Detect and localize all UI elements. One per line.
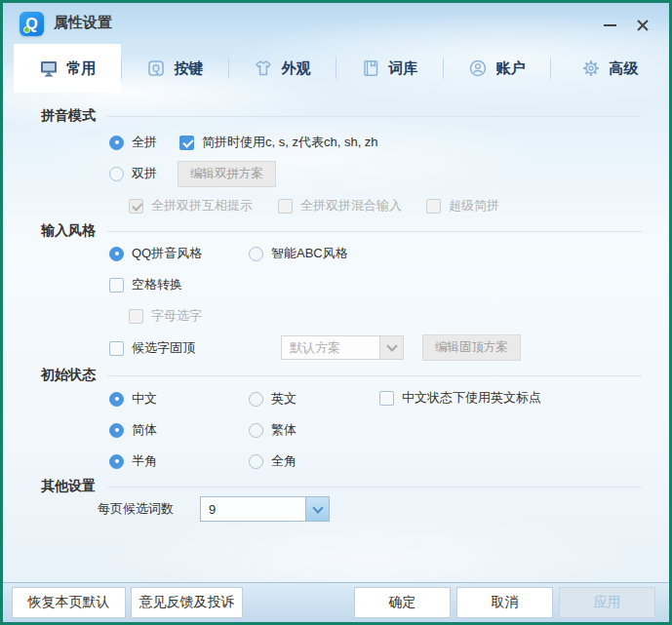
tab-account[interactable]: 账户 [443, 44, 550, 93]
space-convert-checkbox-group[interactable]: 空格转换 [109, 277, 182, 293]
cancel-button[interactable]: 取消 [456, 587, 553, 618]
tab-label: 外观 [282, 59, 311, 78]
space-convert-label[interactable]: 空格转换 [132, 276, 182, 293]
minimize-button[interactable] [596, 14, 623, 37]
section-title-pinyin-mode: 拼音模式 [41, 107, 96, 125]
candidates-per-page-group: 每页候选词数 [98, 501, 174, 517]
tab-label: 高级 [610, 59, 639, 78]
candidate-pin-checkbox-group[interactable]: 候选字固顶 [109, 340, 195, 356]
english-punct-checkbox[interactable] [379, 391, 394, 406]
shuangpin-radio[interactable] [109, 167, 124, 181]
section-rule [107, 231, 642, 232]
half-width-radio[interactable] [109, 454, 124, 469]
quanpin-radio-group[interactable]: 全拼 [109, 135, 157, 150]
letter-select-checkbox [129, 309, 143, 324]
full-width-radio[interactable] [249, 454, 263, 469]
abc-style-radio[interactable] [249, 247, 263, 261]
chinese-radio[interactable] [109, 392, 124, 407]
jianpin-label[interactable]: 简拼时使用c, s, z代表ch, sh, zh [202, 134, 378, 151]
tab-label: 词库 [389, 59, 418, 78]
english-punct-label[interactable]: 中文状态下使用英文标点 [402, 389, 541, 407]
pin-scheme-value: 默认方案 [282, 336, 379, 359]
tab-label: 按键 [175, 59, 204, 78]
space-convert-checkbox[interactable] [109, 278, 124, 293]
english-radio[interactable] [249, 392, 263, 407]
english-radio-group[interactable]: 英文 [249, 391, 296, 407]
candidates-per-page-value: 9 [201, 497, 305, 521]
qq-style-label[interactable]: QQ拼音风格 [132, 245, 202, 262]
shuangpin-label[interactable]: 双拼 [132, 165, 157, 182]
monitor-icon [39, 59, 59, 78]
title-bar: Q 属性设置 [3, 3, 669, 44]
tab-appearance[interactable]: 外观 [228, 44, 336, 93]
qq-style-radio[interactable] [109, 247, 124, 261]
qq-pinyin-logo: Q [20, 12, 44, 36]
account-person-icon [468, 59, 488, 78]
mutual-hint-checkbox [129, 199, 143, 214]
tshirt-icon [254, 59, 273, 78]
tab-common[interactable]: 常用 [14, 44, 121, 93]
minimize-dash-icon [604, 24, 616, 26]
section-title-input-style: 输入风格 [41, 222, 96, 240]
key-icon: Q [146, 59, 166, 78]
quanpin-radio[interactable] [109, 136, 124, 150]
english-label[interactable]: 英文 [271, 390, 296, 408]
mixed-input-checkbox-group: 全拼双拼混合输入 [278, 198, 402, 214]
section-rule [107, 116, 642, 117]
dropdown-button[interactable] [305, 497, 329, 521]
chevron-down-icon [312, 502, 323, 513]
candidates-per-page-dropdown[interactable]: 9 [200, 496, 330, 522]
tab-advanced[interactable]: 高级 [550, 44, 669, 93]
window-border [0, 0, 672, 625]
english-punct-checkbox-group[interactable]: 中文状态下使用英文标点 [379, 390, 541, 406]
super-jianpin-checkbox [426, 199, 441, 214]
half-width-label[interactable]: 半角 [132, 452, 157, 470]
full-width-radio-group[interactable]: 全角 [249, 453, 296, 469]
svg-text:Q: Q [152, 63, 160, 74]
traditional-label[interactable]: 繁体 [271, 421, 296, 439]
dropdown-button [379, 336, 403, 359]
edit-shuangpin-button: 编辑双拼方案 [178, 161, 276, 187]
super-jianpin-checkbox-group: 超级简拼 [426, 198, 499, 214]
ok-button[interactable]: 确定 [354, 587, 451, 618]
jianpin-checkbox-group[interactable]: 简拼时使用c, s, z代表ch, sh, zh [179, 135, 378, 150]
mixed-input-checkbox [278, 199, 293, 214]
restore-defaults-button[interactable]: 恢复本页默认 [12, 587, 126, 618]
feedback-button[interactable]: 意见反馈及投诉 [131, 587, 243, 618]
mixed-input-label: 全拼双拼混合输入 [300, 197, 402, 215]
mutual-hint-checkbox-group: 全拼双拼互相提示 [129, 198, 253, 214]
shuangpin-radio-group[interactable]: 双拼 [109, 166, 157, 181]
footer-bar: 恢复本页默认 意见反馈及投诉 确定 取消 应用 [3, 582, 669, 622]
simplified-radio[interactable] [109, 423, 124, 438]
edit-pin-scheme-button: 编辑固顶方案 [422, 334, 521, 361]
simplified-label[interactable]: 简体 [132, 421, 157, 439]
super-jianpin-label: 超级简拼 [449, 197, 499, 215]
simplified-radio-group[interactable]: 简体 [109, 422, 157, 438]
close-button[interactable] [629, 14, 656, 37]
traditional-radio-group[interactable]: 繁体 [249, 422, 296, 438]
section-rule [107, 487, 642, 488]
letter-select-label: 字母选字 [151, 307, 202, 325]
candidate-pin-label[interactable]: 候选字固顶 [132, 339, 195, 357]
mutual-hint-label: 全拼双拼互相提示 [151, 197, 253, 215]
traditional-radio[interactable] [249, 423, 263, 438]
half-width-radio-group[interactable]: 半角 [109, 453, 157, 469]
jianpin-checkbox[interactable] [179, 136, 194, 150]
candidate-pin-checkbox[interactable] [109, 341, 124, 356]
chevron-down-icon [386, 340, 397, 351]
tab-keys[interactable]: Q 按键 [121, 44, 228, 93]
chinese-radio-group[interactable]: 中文 [109, 391, 157, 407]
letter-select-checkbox-group: 字母选字 [129, 308, 202, 324]
abc-style-label[interactable]: 智能ABC风格 [271, 245, 348, 262]
quanpin-label[interactable]: 全拼 [132, 134, 157, 151]
abc-style-radio-group[interactable]: 智能ABC风格 [249, 246, 348, 261]
close-x-icon [636, 19, 650, 32]
full-width-label[interactable]: 全角 [271, 452, 296, 470]
tab-label: 常用 [67, 59, 97, 78]
tab-dictionary[interactable]: 词库 [336, 44, 443, 93]
chinese-label[interactable]: 中文 [132, 390, 157, 408]
section-title-other-settings: 其他设置 [41, 478, 96, 495]
apply-button: 应用 [559, 587, 655, 618]
qq-style-radio-group[interactable]: QQ拼音风格 [109, 246, 202, 261]
dictionary-book-icon [361, 59, 380, 78]
